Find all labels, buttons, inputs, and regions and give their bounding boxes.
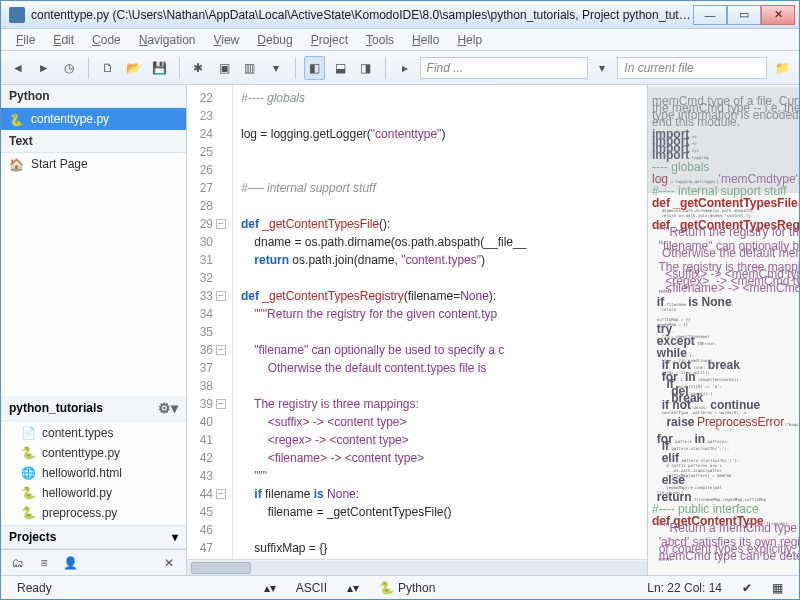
horizontal-scrollbar[interactable] <box>187 559 647 575</box>
close-button[interactable]: ✕ <box>761 5 795 25</box>
project-title: python_tutorials <box>9 401 103 415</box>
find-prev-button[interactable]: ▸ <box>394 56 416 80</box>
statusbar: Ready ▴▾ ASCII ▴▾ 🐍 Python Ln: 22 Col: 1… <box>1 575 799 599</box>
project-file-list: 📄content.types🐍contenttype.py🌐helloworld… <box>1 421 186 525</box>
find-in-files-button[interactable]: 📁 <box>771 56 793 80</box>
minimize-button[interactable]: — <box>693 5 727 25</box>
tool-button-1[interactable]: ✱ <box>188 56 210 80</box>
main-area: Python 🐍 contenttype.py Text 🏠 Start Pag… <box>1 85 799 575</box>
status-encoding-arrows[interactable]: ▴▾ <box>341 581 365 595</box>
file-icon: 📄 <box>21 426 36 440</box>
page-icon: 🏠 <box>9 158 25 170</box>
db-tab[interactable]: ≡ <box>35 554 53 572</box>
menu-help[interactable]: Help <box>448 31 491 49</box>
collab-tab[interactable]: 👤 <box>61 554 79 572</box>
project-file[interactable]: 🐍preprocess.py <box>1 503 186 523</box>
minimap[interactable]: memCmd type of a file. Currently it only… <box>647 85 799 575</box>
status-encoding[interactable]: ASCII <box>290 581 333 595</box>
project-file[interactable]: 📄content.types <box>1 423 186 443</box>
file-icon: 🐍 <box>21 506 36 520</box>
status-syntax-ok-icon[interactable]: ✔ <box>736 581 758 595</box>
menu-code[interactable]: Code <box>83 31 130 49</box>
panel-right-button[interactable]: ◨ <box>355 56 377 80</box>
maximize-button[interactable]: ▭ <box>727 5 761 25</box>
menubar: FileEditCodeNavigationViewDebugProjectTo… <box>1 29 799 51</box>
project-file[interactable]: 🌐helloworld.html <box>1 463 186 483</box>
status-indent[interactable]: ▴▾ <box>258 581 282 595</box>
file-icon: 🐍 <box>21 446 36 460</box>
status-tool-icon[interactable]: ▦ <box>766 581 789 595</box>
minimap-viewport[interactable] <box>648 87 799 193</box>
window: contenttype.py (C:\Users\Nathan\AppData\… <box>0 0 800 600</box>
fold-icon[interactable]: − <box>216 219 226 229</box>
find-input[interactable]: Find ... <box>420 57 588 79</box>
open-files-text-header: Text <box>1 130 186 153</box>
scope-input[interactable]: In current file <box>617 57 767 79</box>
file-icon: 🌐 <box>21 466 36 480</box>
app-icon <box>9 7 25 23</box>
projects-panel-header[interactable]: Projects ▾ <box>1 525 186 549</box>
places-tab[interactable]: 🗂 <box>9 554 27 572</box>
toolbar: ◄ ► ◷ 🗋 📂 💾 ✱ ▣ ▥ ▾ ◧ ⬓ ◨ ▸ Find ... ▾ I… <box>1 51 799 85</box>
menu-tools[interactable]: Tools <box>357 31 403 49</box>
fold-icon[interactable]: − <box>216 345 226 355</box>
python-icon: 🐍 <box>379 581 394 595</box>
code-area[interactable]: #---- globals log = logging.getLogger("c… <box>233 85 647 559</box>
project-header[interactable]: python_tutorials ⚙▾ <box>1 396 186 421</box>
status-position[interactable]: Ln: 22 Col: 14 <box>641 581 728 595</box>
status-language[interactable]: 🐍 Python <box>373 581 441 595</box>
fold-icon[interactable]: − <box>216 399 226 409</box>
scrollbar-track[interactable] <box>187 561 647 575</box>
gear-icon[interactable]: ⚙▾ <box>158 400 178 416</box>
file-name: helloworld.py <box>42 486 112 500</box>
editor: 2223242526272829−30313233−343536−373839−… <box>187 85 799 575</box>
fold-icon[interactable]: − <box>216 489 226 499</box>
recent-button[interactable]: ◷ <box>59 56 81 80</box>
close-panel-icon[interactable]: ✕ <box>160 554 178 572</box>
chevron-down-icon: ▾ <box>172 530 178 544</box>
titlebar[interactable]: contenttype.py (C:\Users\Nathan\AppData\… <box>1 1 799 29</box>
file-name: content.types <box>42 426 113 440</box>
open-file-label: Start Page <box>31 157 88 171</box>
window-buttons: — ▭ ✕ <box>693 5 795 25</box>
sidebar-bottom-tabs: 🗂 ≡ 👤 ✕ <box>1 549 186 575</box>
open-file-startpage[interactable]: 🏠 Start Page <box>1 153 186 175</box>
tool-button-2[interactable]: ▣ <box>213 56 235 80</box>
back-button[interactable]: ◄ <box>7 56 29 80</box>
projects-label: Projects <box>9 530 56 544</box>
file-name: helloworld.html <box>42 466 122 480</box>
menu-project[interactable]: Project <box>302 31 357 49</box>
open-file-label: contenttype.py <box>31 112 109 126</box>
python-file-icon: 🐍 <box>9 113 25 125</box>
tool-button-3[interactable]: ▥ <box>239 56 261 80</box>
file-icon: 🐍 <box>21 486 36 500</box>
open-file-contenttype[interactable]: 🐍 contenttype.py <box>1 108 186 130</box>
file-name: contenttype.py <box>42 446 120 460</box>
window-title: contenttype.py (C:\Users\Nathan\AppData\… <box>31 8 693 22</box>
menu-view[interactable]: View <box>204 31 248 49</box>
menu-debug[interactable]: Debug <box>248 31 301 49</box>
scrollbar-thumb[interactable] <box>191 562 251 574</box>
status-ready: Ready <box>11 581 58 595</box>
save-button[interactable]: 💾 <box>149 56 171 80</box>
menu-edit[interactable]: Edit <box>44 31 83 49</box>
file-name: preprocess.py <box>42 506 117 520</box>
menu-navigation[interactable]: Navigation <box>130 31 205 49</box>
project-file[interactable]: 🐍contenttype.py <box>1 443 186 463</box>
project-file[interactable]: 🐍helloworld.py <box>1 483 186 503</box>
panel-bottom-button[interactable]: ⬓ <box>329 56 351 80</box>
forward-button[interactable]: ► <box>33 56 55 80</box>
fold-icon[interactable]: − <box>216 291 226 301</box>
menu-hello[interactable]: Hello <box>403 31 448 49</box>
open-button[interactable]: 📂 <box>123 56 145 80</box>
tool-dropdown[interactable]: ▾ <box>265 56 287 80</box>
menu-file[interactable]: File <box>7 31 44 49</box>
sidebar: Python 🐍 contenttype.py Text 🏠 Start Pag… <box>1 85 187 575</box>
open-files-python-header: Python <box>1 85 186 108</box>
new-file-button[interactable]: 🗋 <box>97 56 119 80</box>
line-gutter[interactable]: 2223242526272829−30313233−343536−373839−… <box>187 85 233 559</box>
panel-left-button[interactable]: ◧ <box>304 56 326 80</box>
find-dropdown[interactable]: ▾ <box>592 56 614 80</box>
